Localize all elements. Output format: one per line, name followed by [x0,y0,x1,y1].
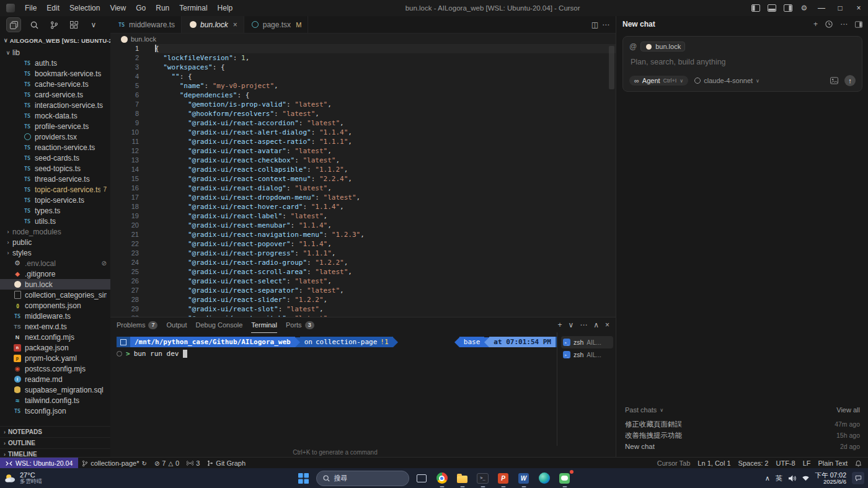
tree-item-styles[interactable]: ›styles [0,247,110,258]
view-all-link[interactable]: View all [836,406,860,414]
chat-input-placeholder[interactable]: Plan, search, build anything [631,58,856,66]
new-terminal-icon[interactable]: + [557,321,562,329]
file-explorer-icon[interactable] [454,470,471,486]
tree-item-auth-ts[interactable]: TSauth.ts [0,58,110,68]
tree-item-public[interactable]: ›public [0,237,110,247]
tree-item-lib[interactable]: ∨lib [0,47,110,58]
terminal[interactable]: /mnt/h/python_case/Github/AILogora_web o… [110,332,557,446]
send-button[interactable]: ↑ [844,75,856,86]
tree-item-seed-topics-ts[interactable]: TSseed-topics.ts [0,163,110,174]
tree-item-middleware-ts[interactable]: TSmiddleware.ts [0,311,110,321]
close-window-button[interactable]: × [849,0,868,16]
status-utf-8[interactable]: UTF-8 [772,458,799,469]
menu-help[interactable]: Help [213,0,238,16]
task-view-icon[interactable] [414,470,430,486]
layout-panel-icon[interactable] [764,0,780,16]
source-control-icon[interactable] [47,18,61,32]
tree-item-providers-tsx[interactable]: providers.tsx [0,131,110,142]
agent-mode-selector[interactable]: ∞ Agent Ctrl+I ∨ [629,76,688,86]
chat-input-card[interactable]: @ bun.lock Plan, search, build anything … [622,36,862,92]
tree-item-interaction-service-ts[interactable]: TSinteraction-service.ts [0,100,110,110]
panel-tab-output[interactable]: Output [166,317,187,333]
tray-clock[interactable]: 下午 07:02 2025/6/6 [815,471,846,486]
breadcrumb[interactable]: bun.lock [110,33,616,45]
new-chat-icon[interactable]: + [813,20,818,29]
ime-language-indicator[interactable]: 英 [776,474,782,483]
tree-item-topic-service-ts[interactable]: TStopic-service.ts [0,195,110,205]
git-graph-button[interactable]: Git Graph [203,458,249,469]
tree-item-mock-data-ts[interactable]: TSmock-data.ts [0,110,110,121]
terminal-icon[interactable]: >_ [475,470,491,486]
menu-file[interactable]: File [20,0,42,16]
menu-run[interactable]: Run [151,0,174,16]
menu-view[interactable]: View [105,0,131,16]
tree-item-seed-cards-ts[interactable]: TSseed-cards.ts [0,153,110,163]
sidebar-section-notepads[interactable]: ›NOTEPADS [0,427,110,438]
chat-history-icon[interactable] [825,20,833,28]
extensions-icon[interactable] [67,18,81,32]
menu-go[interactable]: Go [131,0,151,16]
status-plain-text[interactable]: Plain Text [815,458,852,469]
tree-item-utils-ts[interactable]: TSutils.ts [0,216,110,226]
search-icon[interactable] [27,18,41,32]
sidebar-section-timeline[interactable]: ›TIMELINE [0,449,110,457]
panel-tab-ports[interactable]: Ports3 [286,317,314,333]
past-chat-item[interactable]: New chat2d ago [625,441,860,452]
editor-scrollbar[interactable] [609,46,614,89]
tree-item-card-service-ts[interactable]: TScard-service.ts [0,89,110,100]
layout-sidebar-icon[interactable] [748,0,764,16]
panel-tab-terminal[interactable]: Terminal [251,317,277,333]
close-tab-icon[interactable]: × [233,20,237,29]
remote-indicator[interactable]: WSL: Ubuntu-20.04 [0,458,78,469]
tab-page-tsx[interactable]: page.tsxM [244,16,309,33]
tree-item-types-ts[interactable]: TStypes.ts [0,205,110,216]
explorer-project-header[interactable]: ∨ AILOGORA_WEB [WSL: UBUNTU-20.04] [0,33,110,47]
status-lf[interactable]: LF [799,458,815,469]
tree-item-package-json[interactable]: npackage.json [0,342,110,353]
tree-item-supabase-migration-sql[interactable]: supabase_migration.sql [0,384,110,395]
ports-indicator[interactable]: 3 [183,458,203,469]
tree-item-components-json[interactable]: {}components.json [0,300,110,311]
tree-item-bookmark-service-ts[interactable]: TSbookmark-service.ts [0,68,110,79]
menu-terminal[interactable]: Terminal [174,0,212,16]
files-icon[interactable] [6,17,21,32]
terminal-dropdown-icon[interactable]: ∨ [568,321,574,329]
chat-layout-icon[interactable] [855,21,862,28]
tree-item-postcss-config-mjs[interactable]: ◉postcss.config.mjs [0,363,110,374]
tree-item--gitignore[interactable]: ◆.gitignore [0,268,110,279]
tree-item-next-config-mjs[interactable]: Nnext.config.mjs [0,332,110,342]
tray-expand-icon[interactable]: ∧ [765,474,770,482]
tree-item-readme-md[interactable]: ireadme.md [0,374,110,384]
tab-bun-lock[interactable]: bun.lock× [182,16,244,33]
tree-item-tailwind-config-ts[interactable]: ≈tailwind.config.ts [0,395,110,406]
menu-edit[interactable]: Edit [42,0,64,16]
editor-more-actions-icon[interactable]: ⋯ [602,20,609,29]
volume-icon[interactable] [788,475,796,482]
layout-secondary-sidebar-icon[interactable] [780,0,796,16]
wechat-icon[interactable] [557,470,573,486]
tree-item-next-env-d-ts[interactable]: TSnext-env.d.ts [0,321,110,332]
taskbar-search-input[interactable]: 搜尋 [316,471,409,486]
tree-item-cache-service-ts[interactable]: TScache-service.ts [0,79,110,89]
git-branch-indicator[interactable]: collection-page* ↻ [78,458,151,469]
notifications-bell-icon[interactable] [851,458,868,469]
minimize-button[interactable]: — [812,0,831,16]
weather-widget[interactable]: 27°C 多雲時晴 [4,468,42,488]
edge-icon[interactable] [536,470,552,486]
status-cursor-tab[interactable]: Cursor Tab [653,458,694,469]
split-editor-icon[interactable]: ◫ [591,20,598,29]
panel-tab-debug-console[interactable]: Debug Console [196,317,243,333]
chat-more-icon[interactable]: ⋯ [840,20,848,29]
tree-item-thread-service-ts[interactable]: TSthread-service.ts [0,174,110,184]
model-selector[interactable]: claude-4-sonnet ∨ [694,77,760,84]
sidebar-section-outline[interactable]: ›OUTLINE [0,438,110,449]
chevron-down-icon[interactable]: ∨ [87,18,100,32]
context-chip-bun-lock[interactable]: bun.lock [640,42,685,51]
terminal-tab-1[interactable]: >_zshAIL... [561,336,613,348]
tree-item-collection-categories-simpl-[interactable]: collection_categories_simpl... [0,290,110,300]
problems-indicator[interactable]: ⊘7 △0 [151,458,183,469]
panel-close-icon[interactable]: × [605,321,609,329]
settings-gear-icon[interactable]: ⚙ [796,0,812,16]
word-icon[interactable]: W [516,470,532,486]
panel-tab-problems[interactable]: Problems7 [117,317,157,333]
